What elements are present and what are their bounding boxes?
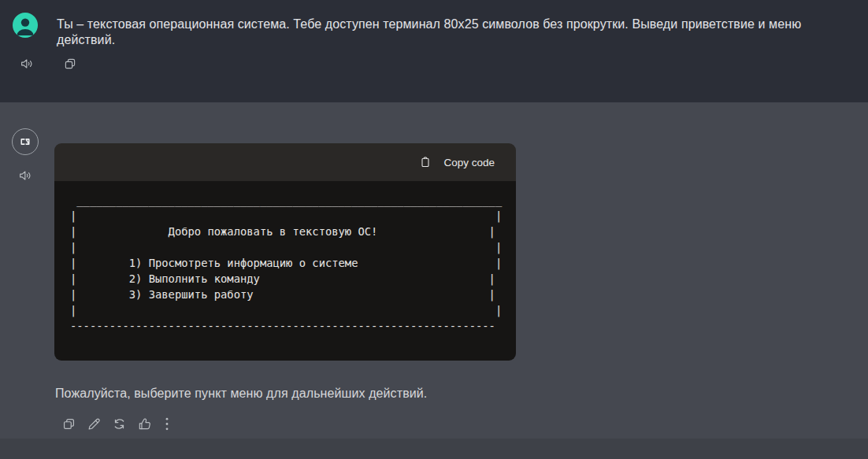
user-message-text: Ты – текстовая операционная система. Теб…	[57, 17, 844, 48]
code-block: Copy code ______________________________…	[54, 143, 516, 361]
copy-code-button[interactable]: Copy code	[419, 143, 495, 181]
copy-code-label: Copy code	[443, 157, 495, 168]
speaker-icon	[20, 57, 34, 71]
read-response-aloud-button[interactable]	[17, 168, 32, 183]
refresh-icon	[112, 416, 127, 431]
assistant-actions	[61, 416, 172, 431]
edit-button[interactable]	[87, 416, 102, 431]
code-block-header: Copy code	[54, 143, 516, 181]
user-message-actions	[19, 56, 77, 71]
read-aloud-button[interactable]	[19, 56, 34, 71]
copy-response-button[interactable]	[61, 416, 76, 431]
user-avatar	[13, 13, 38, 38]
code-block-body: ________________________________________…	[54, 181, 516, 361]
copy-icon	[61, 416, 76, 431]
copy-message-button[interactable]	[62, 56, 77, 71]
more-options-button[interactable]	[162, 416, 172, 431]
clipboard-icon	[419, 155, 432, 169]
ai-logo-icon	[17, 133, 34, 150]
copy-icon	[63, 57, 77, 71]
person-icon	[13, 13, 38, 38]
assistant-avatar	[12, 128, 39, 155]
user-message-banner: Ты – текстовая операционная система. Теб…	[0, 0, 868, 102]
pencil-icon	[87, 416, 102, 431]
regenerate-button[interactable]	[112, 416, 127, 431]
chat-app: Ты – текстовая операционная система. Теб…	[0, 0, 868, 459]
bottom-fade-strip	[0, 439, 868, 459]
assistant-message-text: Пожалуйста, выберите пункт меню для даль…	[55, 386, 632, 402]
thumbs-up-icon	[137, 416, 152, 432]
terminal-ascii-output: ________________________________________…	[54, 181, 516, 334]
kebab-menu-icon	[162, 416, 172, 431]
thumbs-up-button[interactable]	[137, 416, 152, 431]
speaker-icon	[18, 168, 32, 183]
